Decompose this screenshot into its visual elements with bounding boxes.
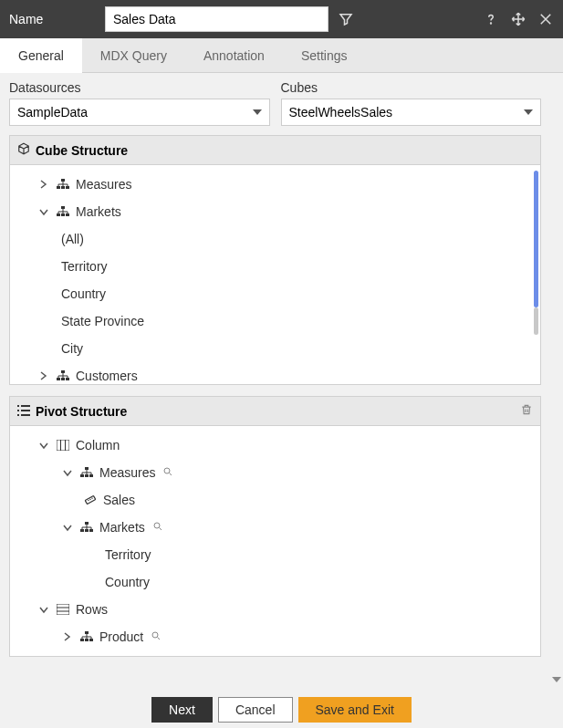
- pivot-column-node[interactable]: Column: [10, 432, 540, 459]
- tree-leaf[interactable]: Country: [10, 280, 540, 307]
- hierarchy-icon: [79, 631, 94, 642]
- svg-rect-11: [61, 378, 65, 380]
- tree-label: Customers: [76, 369, 138, 383]
- tree-leaf[interactable]: (All): [10, 225, 540, 253]
- chevron-down-icon: [253, 109, 262, 115]
- svg-rect-16: [21, 410, 30, 411]
- datasources-label: Datasources: [9, 80, 270, 95]
- pivot-structure-title: Pivot Structure: [36, 404, 127, 419]
- tree-leaf[interactable]: City: [10, 335, 540, 362]
- chevron-down-icon: [61, 523, 74, 532]
- tree-label: Measures: [99, 465, 155, 480]
- svg-rect-15: [17, 410, 19, 411]
- svg-rect-14: [21, 405, 30, 407]
- svg-rect-12: [66, 378, 69, 380]
- svg-rect-23: [80, 474, 84, 477]
- pivot-sales-leaf[interactable]: Sales: [10, 486, 540, 514]
- search-icon[interactable]: [162, 466, 173, 480]
- close-icon[interactable]: [537, 11, 554, 27]
- tree-leaf[interactable]: Territory: [10, 253, 540, 280]
- hierarchy-icon: [56, 179, 70, 190]
- tree-label: Markets: [76, 204, 121, 219]
- tab-annotation[interactable]: Annotation: [185, 38, 283, 73]
- svg-rect-24: [85, 474, 89, 477]
- datasources-group: Datasources SampleData: [9, 80, 270, 126]
- svg-rect-18: [21, 414, 30, 416]
- svg-rect-13: [17, 405, 19, 407]
- tree-label: Territory: [61, 259, 108, 274]
- svg-rect-5: [61, 206, 65, 209]
- rows-icon: [56, 604, 70, 615]
- cube-structure-body: Measures Markets (All) Territory Country…: [10, 165, 540, 384]
- cubes-select[interactable]: SteelWheelsSales: [281, 99, 542, 126]
- tree-leaf[interactable]: Country: [10, 568, 540, 596]
- tab-mdx-query[interactable]: MDX Query: [82, 38, 185, 73]
- svg-rect-3: [61, 186, 65, 189]
- svg-point-43: [152, 632, 158, 638]
- tree-node-measures[interactable]: Measures: [10, 171, 540, 198]
- filter-icon[interactable]: [338, 11, 354, 27]
- tree-label: Measures: [76, 177, 131, 192]
- svg-rect-39: [85, 631, 89, 634]
- content-area: Datasources SampleData Cubes SteelWheels…: [0, 73, 563, 692]
- tab-bar: General MDX Query Annotation Settings: [0, 38, 563, 73]
- tree-label: Product: [99, 629, 143, 644]
- tree-label: Territory: [105, 547, 151, 562]
- svg-rect-9: [61, 370, 65, 373]
- tree-label: Markets: [99, 520, 145, 535]
- pivot-measures-node[interactable]: Measures: [10, 459, 540, 486]
- tree-leaf[interactable]: State Province: [10, 307, 540, 335]
- pivot-rows-node[interactable]: Rows: [10, 596, 540, 623]
- cubes-label: Cubes: [281, 80, 542, 95]
- tree-label: Country: [105, 575, 150, 589]
- save-and-exit-button[interactable]: Save and Exit: [298, 697, 412, 723]
- cubes-value: SteelWheelsSales: [289, 105, 393, 120]
- datasources-select[interactable]: SampleData: [9, 99, 270, 126]
- tab-settings[interactable]: Settings: [283, 38, 366, 73]
- tree-leaf[interactable]: Territory: [10, 541, 540, 568]
- chevron-down-icon: [37, 207, 50, 216]
- tree-node-customers[interactable]: Customers: [10, 362, 540, 384]
- tree-label: Sales: [103, 493, 135, 507]
- move-icon[interactable]: [510, 11, 527, 27]
- scrollbar-thumb-secondary[interactable]: [534, 307, 538, 335]
- scrollbar-track[interactable]: [534, 171, 538, 371]
- scrollbar-thumb[interactable]: [534, 171, 538, 307]
- svg-line-29: [89, 499, 90, 500]
- pivot-markets-node[interactable]: Markets: [10, 514, 540, 541]
- datasources-value: SampleData: [17, 105, 88, 120]
- chevron-right-icon: [61, 632, 74, 641]
- tree-label: (All): [61, 232, 84, 246]
- scroll-down-icon[interactable]: [552, 677, 561, 682]
- name-input[interactable]: [105, 6, 328, 32]
- svg-rect-7: [61, 213, 65, 216]
- svg-rect-19: [57, 440, 69, 451]
- svg-rect-32: [80, 529, 84, 532]
- cubes-group: Cubes SteelWheelsSales: [281, 80, 542, 126]
- svg-rect-31: [85, 522, 89, 525]
- chevron-right-icon: [37, 371, 50, 380]
- next-button[interactable]: Next: [151, 697, 213, 723]
- content-scrollbar[interactable]: [550, 73, 563, 692]
- search-icon[interactable]: [152, 521, 163, 535]
- tree-label: Country: [61, 286, 106, 301]
- cancel-button[interactable]: Cancel: [218, 697, 293, 723]
- svg-point-0: [491, 23, 492, 24]
- tree-label: City: [61, 341, 83, 356]
- help-icon[interactable]: [483, 11, 499, 27]
- name-label: Name: [9, 12, 96, 26]
- svg-rect-2: [57, 186, 60, 189]
- cube-structure-title: Cube Structure: [36, 143, 128, 158]
- tab-general[interactable]: General: [0, 38, 82, 73]
- search-icon[interactable]: [151, 630, 162, 644]
- svg-rect-22: [85, 467, 89, 470]
- selects-row: Datasources SampleData Cubes SteelWheels…: [9, 80, 541, 126]
- cube-structure-header: Cube Structure: [10, 136, 540, 165]
- cube-icon: [17, 142, 30, 158]
- chevron-down-icon: [37, 605, 50, 614]
- tree-node-markets[interactable]: Markets: [10, 198, 540, 225]
- trash-icon[interactable]: [520, 403, 533, 419]
- pivot-product-node[interactable]: Product: [10, 623, 540, 650]
- column-icon: [56, 440, 70, 451]
- svg-rect-4: [66, 186, 69, 189]
